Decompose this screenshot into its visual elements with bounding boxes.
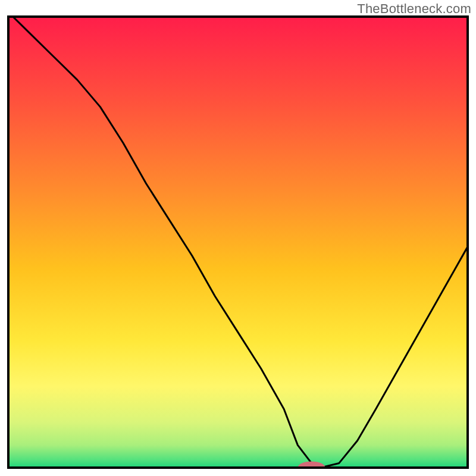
bottleneck-chart (0, 0, 476, 476)
chart-container: { "watermark": { "text": "TheBottleneck.… (0, 0, 476, 476)
gradient-background (8, 17, 468, 468)
